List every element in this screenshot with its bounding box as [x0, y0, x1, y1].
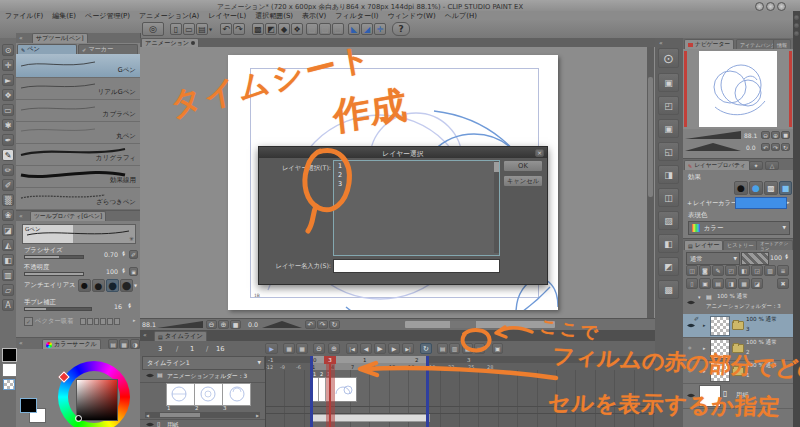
ok-button[interactable]: OK: [503, 160, 543, 172]
menu-help[interactable]: ヘルプ(H): [445, 11, 477, 21]
draft-icon[interactable]: ✎: [712, 265, 724, 276]
sub-color-swatch[interactable]: [2, 363, 17, 377]
minimize-button[interactable]: [755, 2, 764, 11]
playhead-column[interactable]: [326, 356, 335, 427]
tab-marker-group[interactable]: ✐マーカー: [78, 44, 138, 54]
quick-access-icon-1[interactable]: ▣: [658, 73, 679, 92]
blend-tool[interactable]: ◭: [2, 239, 14, 251]
dialog-close-icon[interactable]: ×: [535, 149, 544, 157]
fit-screen-icon[interactable]: ■: [230, 320, 241, 329]
new-animation-cel-icon[interactable]: ▤: [437, 343, 448, 354]
history-tab[interactable]: ヒストリー: [723, 240, 757, 250]
layer-row-cel-3[interactable]: ✐ ▸ 100 % 通常 3: [683, 314, 793, 338]
loop-play-icon[interactable]: ↻: [420, 343, 432, 354]
brush-row-effect[interactable]: 効果線用: [16, 165, 140, 188]
color-set-tab-icon[interactable]: ▦: [119, 339, 129, 349]
eye-icon[interactable]: [686, 299, 696, 306]
brush-tool[interactable]: ✐: [2, 179, 14, 191]
eye-icon[interactable]: [686, 322, 696, 329]
auto-select-tool[interactable]: ✱: [2, 119, 14, 131]
onion-skin-icon[interactable]: ▣: [492, 343, 503, 354]
cancel-button[interactable]: キャンセル: [503, 175, 543, 187]
antialias-dropdown-icon[interactable]: ▼: [134, 283, 137, 288]
antialias-strong-icon[interactable]: ●: [120, 279, 133, 292]
nav-reset-icon[interactable]: ↻: [781, 143, 790, 151]
start-frame-field[interactable]: 1: [190, 345, 194, 353]
ruler-icon[interactable]: ▥: [764, 265, 776, 276]
nav-zoom-in-icon[interactable]: ⊕: [771, 131, 780, 139]
quick-access-icon-3[interactable]: ▣: [658, 119, 679, 138]
color-slider-tab-icon[interactable]: ▤: [108, 339, 118, 349]
track-edit-icon[interactable]: ▦: [296, 343, 308, 354]
canvas-hscrollbar[interactable]: [405, 321, 555, 328]
stabilize-spinner[interactable]: ▲▼: [128, 303, 131, 309]
paper-track-row[interactable]: ▯ 用紙: [140, 419, 265, 427]
antialias-weak-icon[interactable]: ●: [92, 279, 105, 292]
border-effect-icon[interactable]: ▨: [306, 23, 318, 35]
specify-cels-icon[interactable]: ▦: [462, 343, 473, 354]
transfer-layer-icon[interactable]: ◨: [725, 278, 737, 289]
vector-snap-expander-icon[interactable]: ▸: [133, 317, 136, 323]
sv-square[interactable]: [76, 379, 118, 421]
stabilize-slider[interactable]: [24, 307, 92, 311]
rotate-slider[interactable]: [262, 321, 302, 329]
batch-specify-cels-icon[interactable]: ▦: [474, 343, 485, 354]
maximize-button[interactable]: [766, 2, 775, 11]
operation-tool[interactable]: ►: [2, 74, 14, 86]
navigator-rotate-slider[interactable]: [685, 143, 741, 152]
opacity-value[interactable]: 100: [106, 268, 118, 275]
menu-file[interactable]: ファイル(F): [5, 11, 43, 21]
layer-color-expander-icon[interactable]: ▸: [787, 199, 790, 205]
collapse-icon[interactable]: «: [19, 339, 23, 346]
menu-page[interactable]: ページ管理(P): [85, 11, 130, 21]
hue-marker[interactable]: [58, 371, 69, 382]
layer-thumbnail[interactable]: [710, 316, 730, 336]
reset-rotation-icon[interactable]: ↻: [329, 320, 340, 329]
quick-access-icon-4[interactable]: ◱: [658, 142, 679, 161]
undo-icon[interactable]: ↶: [220, 23, 232, 35]
menu-layer[interactable]: レイヤー(L): [208, 11, 246, 21]
blend-menu-icon[interactable]: ◫: [686, 265, 698, 276]
current-frame-badge[interactable]: 3: [324, 356, 336, 364]
invert-selection-icon[interactable]: ◩: [265, 23, 277, 35]
opacity-bar[interactable]: [741, 252, 769, 265]
new-folder-icon[interactable]: ▤: [712, 278, 724, 289]
cel-thumbnail-3[interactable]: [222, 383, 251, 406]
edit-timeline-icon[interactable]: ▥: [449, 343, 460, 354]
timeline-zoom-in-icon[interactable]: ⊕: [328, 343, 340, 354]
zoom-out-icon[interactable]: ⊖: [206, 320, 217, 329]
auto-action-tab[interactable]: オートアクション: [756, 240, 793, 250]
palette-menu-icon[interactable]: ≡: [777, 265, 789, 276]
wheel-main-color-swatch[interactable]: [20, 398, 37, 413]
figure-tool[interactable]: ▱: [2, 284, 14, 296]
collapsed-palette-icon-3[interactable]: [794, 31, 799, 36]
thumbnail-scrollbar[interactable]: ◀ ▶: [145, 412, 260, 418]
layer-color-effect-icon[interactable]: ■: [779, 181, 792, 195]
menu-filter[interactable]: フィルター(I): [335, 11, 378, 21]
rotate-value[interactable]: 0.0: [248, 321, 258, 328]
layer-move-tool[interactable]: ❖: [2, 89, 14, 101]
quick-access-icon-10[interactable]: ▩: [658, 280, 679, 299]
end-frame-field[interactable]: 16: [216, 345, 225, 353]
layer-mask-icon[interactable]: ◪: [751, 278, 763, 289]
lock-layer-icon[interactable]: ◰: [725, 265, 737, 276]
new-raster-layer-icon[interactable]: ▯: [686, 278, 698, 289]
info-tab[interactable]: 情報: [773, 39, 791, 49]
zoom-value[interactable]: 88.1: [142, 321, 156, 328]
menu-view[interactable]: 表示(V): [302, 11, 326, 21]
brush-size-unit-icon[interactable]: ✐: [129, 250, 138, 259]
snap-grid-icon[interactable]: ✛: [374, 23, 386, 35]
opacity-mode-icon[interactable]: ▣: [129, 267, 138, 276]
play-icon[interactable]: ▶: [374, 343, 386, 354]
antialias-middle-icon[interactable]: ●: [106, 279, 119, 292]
help-icon[interactable]: ?: [392, 22, 410, 36]
go-first-icon[interactable]: |◀: [346, 343, 358, 354]
rotate-ccw-icon[interactable]: ↶: [305, 320, 316, 329]
quick-access-icon-8[interactable]: ◧: [658, 234, 679, 253]
eraser-tool[interactable]: ◪: [2, 224, 14, 236]
cel-thumbnail-2[interactable]: [194, 383, 223, 406]
canvas-vscrollbar[interactable]: [647, 47, 654, 318]
brush-row-kabura[interactable]: カブラペン: [16, 99, 140, 122]
pencil-tool[interactable]: ✏: [2, 164, 14, 176]
close-button[interactable]: [777, 2, 786, 11]
